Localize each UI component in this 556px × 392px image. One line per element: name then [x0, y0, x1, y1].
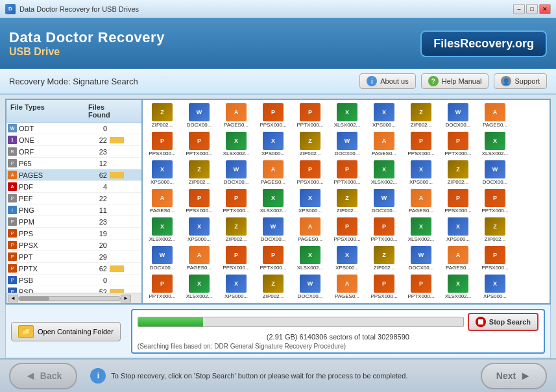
- file-grid-item[interactable]: P PPSX000...: [218, 244, 254, 272]
- file-grid-item[interactable]: W DOCX00...: [440, 101, 476, 129]
- file-grid-item[interactable]: P PPTX000...: [144, 273, 180, 300]
- file-grid-item[interactable]: Z ZIP002...: [329, 187, 365, 215]
- file-grid-item[interactable]: A PAGES0...: [329, 273, 365, 300]
- file-grid-item[interactable]: P PPSX000...: [477, 244, 513, 272]
- file-row[interactable]: i PNG 11: [6, 204, 141, 216]
- file-grid-item[interactable]: X XPS000...: [255, 130, 291, 158]
- file-row[interactable]: P PPT 29: [6, 251, 141, 263]
- next-button[interactable]: Next ►: [481, 363, 547, 389]
- file-grid-item[interactable]: X XPS000...: [366, 101, 402, 129]
- file-grid-item[interactable]: Z ZIP002...: [144, 301, 180, 303]
- file-grid-item[interactable]: W DOCX00...: [181, 301, 217, 303]
- file-row[interactable]: 1 ONE 22: [6, 134, 141, 146]
- file-grid-item[interactable]: X XPS000...: [218, 273, 254, 300]
- maximize-button[interactable]: □: [526, 4, 538, 14]
- file-grid-item[interactable]: P PPTX000...: [403, 273, 439, 300]
- file-grid-item[interactable]: P PPTX000...: [218, 187, 254, 215]
- file-grid-item[interactable]: X XPS000...: [477, 273, 513, 300]
- file-grid-item[interactable]: W DOCX00...: [218, 158, 254, 186]
- file-grid-item[interactable]: W DOCX00...: [181, 101, 217, 129]
- file-row[interactable]: P PPTX 62: [6, 263, 141, 275]
- scroll-left-btn[interactable]: ◄: [8, 295, 18, 302]
- file-grid-item[interactable]: W DOCX00...: [255, 215, 291, 243]
- file-grid-item[interactable]: A PAGES0...: [403, 187, 439, 215]
- support-button[interactable]: 👤 Support: [494, 73, 547, 89]
- minimize-button[interactable]: –: [513, 4, 525, 14]
- file-grid-item[interactable]: W DOCX00...: [329, 130, 365, 158]
- file-grid-item[interactable]: P PPSX000...: [403, 130, 439, 158]
- file-grid-item[interactable]: A PAGES0...: [292, 215, 328, 243]
- file-grid-item[interactable]: A PAGES0...: [144, 187, 180, 215]
- file-grid-item[interactable]: Z ZIP002...: [477, 215, 513, 243]
- file-grid-item[interactable]: X XLSX002...: [403, 215, 439, 243]
- file-row[interactable]: P PPS 19: [6, 228, 141, 239]
- file-grid-item[interactable]: A PAGES0...: [255, 158, 291, 186]
- stop-search-button[interactable]: Stop Search: [468, 313, 538, 331]
- file-grid-item[interactable]: A PAGES0...: [440, 244, 476, 272]
- h-scroll-track[interactable]: [18, 296, 121, 301]
- file-grid-item[interactable]: Z ZIP002...: [255, 273, 291, 300]
- file-row[interactable]: P P65 12: [6, 158, 141, 169]
- close-button[interactable]: ✕: [539, 4, 551, 14]
- file-grid-item[interactable]: X XPS000...: [144, 158, 180, 186]
- file-grid-item[interactable]: X XLSX002...: [255, 187, 291, 215]
- file-grid-item[interactable]: Z ZIP002...: [144, 101, 180, 129]
- about-us-button[interactable]: i About us: [359, 73, 415, 89]
- file-grid-item[interactable]: W DOCX00...: [403, 244, 439, 272]
- file-row[interactable]: W ODT 0: [6, 123, 141, 134]
- file-grid-item[interactable]: W DOCX00...: [477, 158, 513, 186]
- file-grid-item[interactable]: W DOCX00...: [292, 273, 328, 300]
- file-list[interactable]: W ODT 0 1 ONE 22 R ORF 23 P P65: [6, 123, 141, 293]
- file-row[interactable]: P PEF 22: [6, 193, 141, 204]
- horizontal-scrollbar[interactable]: ◄ ►: [6, 293, 141, 303]
- file-grid-item[interactable]: P PPTX000...: [440, 130, 476, 158]
- file-grid-item[interactable]: W DOCX00...: [144, 244, 180, 272]
- file-grid-item[interactable]: P PPSX000...: [329, 215, 365, 243]
- file-row[interactable]: R ORF 23: [6, 146, 141, 158]
- file-grid-item[interactable]: X XPS000...: [403, 158, 439, 186]
- file-grid-item[interactable]: X XLSX002...: [144, 215, 180, 243]
- file-grid-item[interactable]: P PPTX000...: [366, 215, 402, 243]
- file-grid-item[interactable]: P PPTX000...: [255, 244, 291, 272]
- file-grid-item[interactable]: X XPS000...: [329, 244, 365, 272]
- file-grid-item[interactable]: P PPSX000...: [440, 187, 476, 215]
- file-grid-item[interactable]: P PPSX000...: [255, 101, 291, 129]
- file-grid-item[interactable]: X XLSX002...: [477, 130, 513, 158]
- file-grid-panel[interactable]: Z ZIP002... W DOCX00... A PAGES0... P PP…: [143, 100, 550, 303]
- file-grid-item[interactable]: P PPTX000...: [329, 158, 365, 186]
- file-row[interactable]: A PDF 4: [6, 181, 141, 193]
- file-grid-item[interactable]: X XLSX002...: [366, 158, 402, 186]
- file-grid-item[interactable]: X XLSX002...: [181, 273, 217, 300]
- file-grid-item[interactable]: X XLSX002...: [329, 101, 365, 129]
- file-grid-item[interactable]: A PAGES0...: [181, 244, 217, 272]
- back-button[interactable]: ◄ Back: [9, 363, 77, 389]
- file-grid-item[interactable]: X XLSX002...: [218, 130, 254, 158]
- file-grid-item[interactable]: X XPS000...: [440, 215, 476, 243]
- file-row[interactable]: P PPSX 20: [6, 239, 141, 251]
- file-row[interactable]: P PPM 23: [6, 216, 141, 228]
- file-grid-item[interactable]: X XLSX002...: [440, 273, 476, 300]
- file-grid-item[interactable]: Z ZIP002...: [440, 158, 476, 186]
- file-grid-item[interactable]: Z ZIP002...: [403, 101, 439, 129]
- file-row[interactable]: P PSB 0: [6, 275, 141, 286]
- file-grid-item[interactable]: X XLSX002...: [292, 244, 328, 272]
- file-grid-item[interactable]: P PPSX000...: [181, 187, 217, 215]
- file-grid-item[interactable]: A PAGES0...: [477, 101, 513, 129]
- file-grid-item[interactable]: P PPTX000...: [477, 187, 513, 215]
- file-row[interactable]: A PAGES 62: [6, 169, 141, 181]
- file-grid-item[interactable]: W DOCX00...: [366, 187, 402, 215]
- file-grid-item[interactable]: P PPTX000...: [181, 130, 217, 158]
- file-grid-item[interactable]: 🌐 PAGES0...: [218, 301, 254, 303]
- file-grid-item[interactable]: P PPSX000...: [292, 158, 328, 186]
- file-grid-item[interactable]: Z ZIP002...: [366, 244, 402, 272]
- file-grid-item[interactable]: P PPTX000...: [292, 101, 328, 129]
- file-grid-item[interactable]: X XPS000...: [181, 215, 217, 243]
- file-row[interactable]: P PSD 52: [6, 286, 141, 293]
- file-grid-item[interactable]: Z ZIP002...: [181, 158, 217, 186]
- file-grid-item[interactable]: P PPSX000...: [366, 273, 402, 300]
- file-grid-item[interactable]: A PAGES0...: [366, 130, 402, 158]
- help-manual-button[interactable]: ? Help Manual: [421, 73, 489, 89]
- file-grid-item[interactable]: Z ZIP002...: [292, 130, 328, 158]
- open-folder-button[interactable]: 📁 Open Containing Folder: [11, 322, 121, 341]
- file-grid-item[interactable]: A PAGES0...: [218, 101, 254, 129]
